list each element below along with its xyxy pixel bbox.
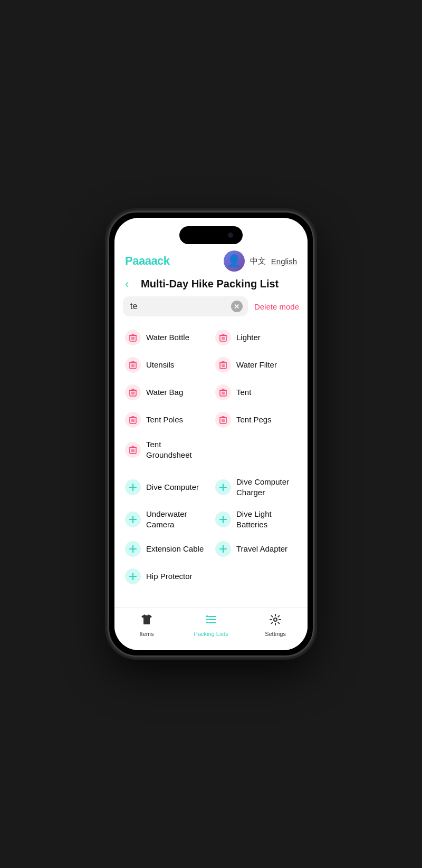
item-label: Dive Computer [146,482,199,493]
search-row: ✕ Delete mode [114,296,308,316]
list-item[interactable]: Lighter [211,324,301,351]
item-label: Travel Adapter [236,544,287,554]
delete-item-icon [125,384,141,400]
phone-screen: Paaaack 中文 English ‹ Multi-Day Hike Pack… [114,218,308,650]
group-spacer [121,466,301,471]
items-grid: Water Bottle Lighter [114,324,308,606]
add-item-icon [125,568,141,584]
list-item[interactable]: Travel Adapter [211,535,301,563]
volume-down-button [108,339,109,371]
list-item[interactable]: Water Bag [121,379,211,406]
delete-item-icon [215,330,231,345]
add-item-icon [215,479,231,495]
item-label: Tent [236,387,251,398]
search-input[interactable] [123,296,248,316]
camera-dot [228,233,233,238]
nav-packing-lists[interactable]: Packing Lists [190,613,232,637]
add-item-icon [125,512,141,527]
header-right: 中文 English [224,250,297,272]
list-item[interactable]: Dive Computer [121,471,211,503]
power-button [313,307,314,350]
item-label: Water Bag [146,387,183,398]
item-label: Utensils [146,360,174,370]
bottom-spacer [121,590,301,606]
item-label: Dive Light Batteries [236,509,297,529]
shirt-icon [140,613,154,629]
app-header: Paaaack 中文 English [114,250,308,272]
list-item[interactable]: Dive Computer Charger [211,471,301,503]
item-label: Hip Protector [146,571,193,582]
nav-items-label: Items [140,631,154,637]
add-item-icon [125,541,141,557]
list-item[interactable]: Utensils [121,351,211,379]
nav-settings[interactable]: Settings [254,613,296,637]
delete-item-icon [125,442,141,458]
app-logo: Paaaack [125,254,170,268]
gear-icon [268,613,282,629]
item-label: Tent Pegs [236,414,272,425]
delete-item-icon [125,357,141,373]
add-item-icon [215,512,231,527]
search-clear-button[interactable]: ✕ [231,301,243,312]
page-title-row: ‹ Multi-Day Hike Packing List [114,276,308,296]
delete-mode-button[interactable]: Delete mode [254,302,299,311]
search-container: ✕ [123,296,248,316]
avatar[interactable] [224,250,245,272]
main-content: Paaaack 中文 English ‹ Multi-Day Hike Pack… [114,218,308,607]
delete-item-icon [215,412,231,428]
list-item[interactable]: Tent [211,379,301,406]
list-item[interactable]: Water Bottle [121,324,211,351]
item-label: Dive Computer Charger [236,477,297,497]
item-label: Tent Groundsheet [146,439,207,460]
nav-packing-lists-label: Packing Lists [194,631,228,637]
nav-settings-label: Settings [265,631,286,637]
lang-en-button[interactable]: English [271,257,297,266]
list-item[interactable]: Tent Poles [121,406,211,433]
list-item[interactable]: Underwater Camera [121,503,211,535]
back-button[interactable]: ‹ [125,278,129,290]
svg-point-9 [274,618,277,621]
delete-item-icon [125,330,141,345]
volume-up-button [108,300,109,331]
phone-frame: Paaaack 中文 English ‹ Multi-Day Hike Pack… [108,211,314,657]
bottom-nav: Items Packing Lists [114,607,308,650]
list-item[interactable]: Extension Cable [121,535,211,563]
item-label: Lighter [236,332,261,343]
lang-zh-button[interactable]: 中文 [250,256,266,266]
list-item[interactable]: Hip Protector [121,563,211,590]
list-item[interactable]: Tent Groundsheet [121,433,211,466]
delete-item-icon [215,357,231,373]
nav-items[interactable]: Items [126,613,168,637]
dynamic-island [179,226,243,244]
list-item[interactable]: Dive Light Batteries [211,503,301,535]
item-label: Water Bottle [146,332,189,343]
delete-item-icon [215,384,231,400]
page-title: Multi-Day Hike Packing List [133,278,286,290]
mute-button [108,276,109,293]
item-label: Tent Poles [146,414,183,425]
add-item-icon [125,479,141,495]
item-label: Underwater Camera [146,509,207,529]
list-item[interactable]: Tent Pegs [211,406,301,433]
list-icon [204,613,218,629]
add-item-icon [215,541,231,557]
item-label: Water Filter [236,360,277,370]
item-label: Extension Cable [146,544,204,554]
delete-item-icon [125,412,141,428]
list-item[interactable]: Water Filter [211,351,301,379]
